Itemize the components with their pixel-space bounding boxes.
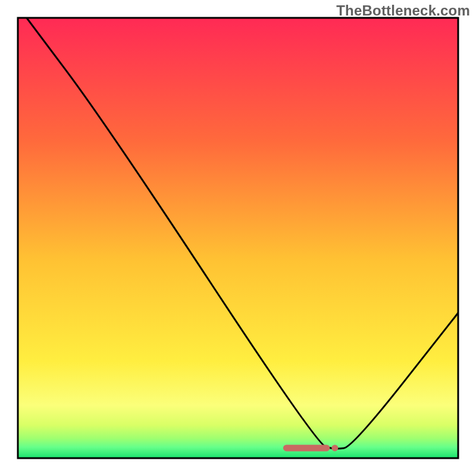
- bottleneck-chart: [0, 0, 476, 476]
- chart-container: TheBottleneck.com: [0, 0, 476, 476]
- svg-point-2: [331, 444, 338, 451]
- watermark-text: TheBottleneck.com: [336, 2, 470, 19]
- gradient-background: [18, 18, 458, 458]
